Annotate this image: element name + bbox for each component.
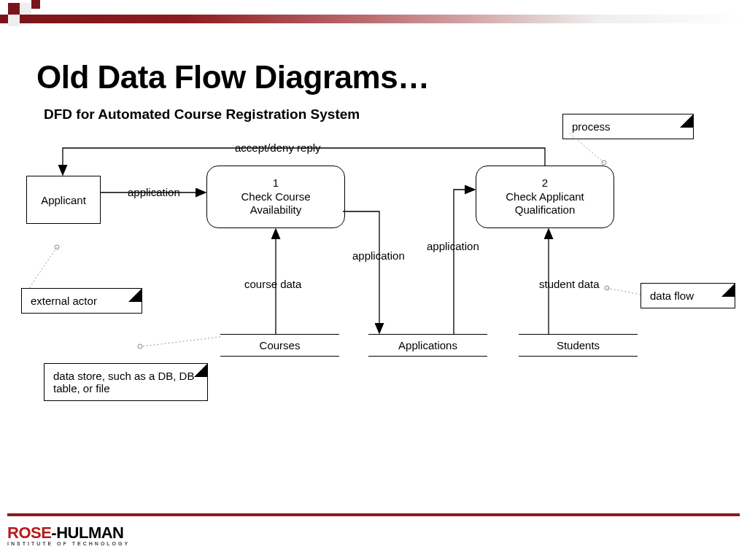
svg-point-7 <box>605 286 609 290</box>
note-fold-icon <box>680 114 693 128</box>
process-1-name: Check Course Availability <box>241 190 310 218</box>
actor-applicant-label: Applicant <box>41 194 86 206</box>
svg-point-9 <box>138 344 142 349</box>
process-2-name: Check Applicant Qualification <box>506 190 584 218</box>
process-2-number: 2 <box>542 176 548 190</box>
store-applications-label: Applications <box>398 339 457 351</box>
legend-data-flow-label: data flow <box>650 289 694 302</box>
legend-data-store-label: data store, such as a DB, DB table, or f… <box>53 370 194 394</box>
process-check-course-availability: 1 Check Course Availability <box>206 166 345 228</box>
store-applications: Applications <box>368 334 487 357</box>
header-motif <box>0 0 747 38</box>
legend-process: process <box>562 114 694 139</box>
note-fold-icon <box>194 364 207 377</box>
brand-tagline: INSTITUTE OF TECHNOLOGY <box>7 541 130 546</box>
legend-process-label: process <box>572 120 611 133</box>
store-students: Students <box>519 334 638 357</box>
process-1-number: 1 <box>273 176 279 190</box>
actor-applicant: Applicant <box>26 176 101 224</box>
flow-course-data: course data <box>242 278 303 290</box>
slide-subtitle: DFD for Automated Course Registration Sy… <box>44 106 360 122</box>
legend-data-flow: data flow <box>640 283 735 308</box>
flow-accept-deny: accept/deny reply <box>233 141 323 154</box>
svg-line-4 <box>29 247 57 288</box>
svg-point-5 <box>602 160 606 165</box>
note-fold-icon <box>721 284 735 297</box>
svg-point-3 <box>55 245 59 249</box>
store-courses-label: Courses <box>260 339 301 351</box>
legend-data-store: data store, such as a DB, DB table, or f… <box>44 363 208 401</box>
process-check-applicant-qualification: 2 Check Applicant Qualification <box>476 166 614 228</box>
brand-hulman: -HULMAN <box>51 524 123 542</box>
flow-application-2: application <box>350 249 407 262</box>
store-courses: Courses <box>220 334 339 357</box>
legend-external-actor: external actor <box>21 288 142 314</box>
store-students-label: Students <box>557 339 600 351</box>
legend-external-actor-label: external actor <box>31 295 97 307</box>
flow-student-data: student data <box>537 278 602 290</box>
svg-line-10 <box>142 337 220 346</box>
flow-application-3: application <box>425 240 481 252</box>
slide-title: Old Data Flow Diagrams… <box>36 59 430 96</box>
brand-logo: ROSE-HULMAN INSTITUTE OF TECHNOLOGY <box>7 524 130 546</box>
flow-application-1: application <box>125 186 182 198</box>
brand-rose: ROSE <box>7 524 51 542</box>
svg-line-8 <box>607 288 640 295</box>
note-fold-icon <box>128 289 142 302</box>
footer-rule <box>7 513 740 516</box>
